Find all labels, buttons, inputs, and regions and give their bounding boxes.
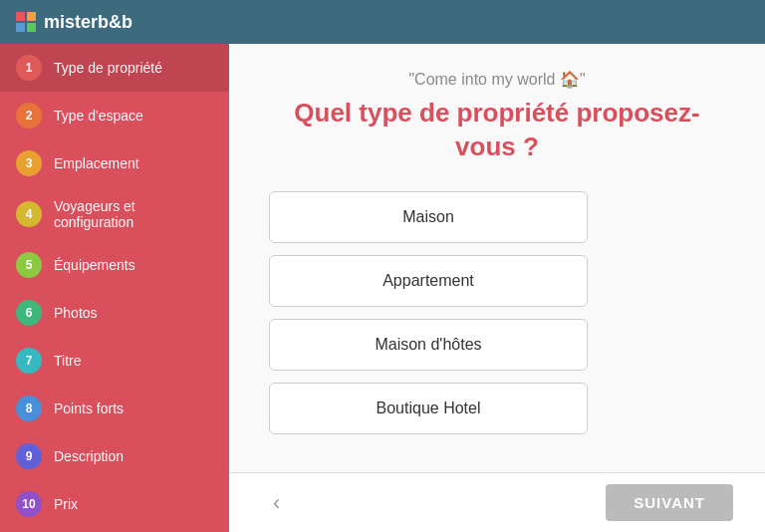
sidebar-item-10[interactable]: 10Prix [0,480,229,528]
sidebar-label-9: Description [54,448,124,464]
option-maison-hotes[interactable]: Maison d'hôtes [269,319,588,371]
sidebar-item-5[interactable]: 5Équipements [0,241,229,289]
sidebar-label-2: Type d'espace [54,108,143,124]
sidebar-item-11[interactable]: 11Dernière question [0,528,229,532]
step-badge-7: 7 [16,348,42,374]
main-container: 1Type de propriété2Type d'espace3Emplace… [0,44,765,532]
sidebar-label-8: Points forts [54,400,124,416]
sidebar-label-7: Titre [54,353,81,369]
sidebar-label-1: Type de propriété [54,60,162,76]
step-badge-8: 8 [16,396,42,421]
footer: ‹ SUIVANT [229,472,765,532]
logo-squares-icon [16,12,36,32]
option-appartement[interactable]: Appartement [269,255,588,307]
option-boutique[interactable]: Boutique Hotel [269,383,588,434]
sidebar-item-6[interactable]: 6Photos [0,289,229,337]
sidebar-item-9[interactable]: 9Description [0,432,229,480]
logo-text: misterb&b [44,12,132,33]
sidebar-item-3[interactable]: 3Emplacement [0,139,229,187]
step-badge-5: 5 [16,252,42,278]
sidebar-item-8[interactable]: 8Points forts [0,385,229,432]
step-badge-6: 6 [16,300,42,326]
options-container: MaisonAppartementMaison d'hôtesBoutique … [269,191,725,446]
content-main: "Come into my world 🏠" Quel type de prop… [229,44,765,472]
sidebar-label-10: Prix [54,496,78,512]
sidebar-label-4: Voyageurs et configuration [54,198,213,230]
logo-sq-red [16,12,25,21]
sidebar-label-6: Photos [54,305,98,321]
next-button[interactable]: SUIVANT [606,484,733,521]
back-button[interactable]: ‹ [261,486,292,520]
logo-sq-green [27,23,36,32]
option-maison[interactable]: Maison [269,191,588,243]
sidebar-label-5: Équipements [54,257,135,273]
step-badge-10: 10 [16,491,42,517]
step-badge-4: 4 [16,201,42,227]
step-badge-3: 3 [16,150,42,176]
step-badge-1: 1 [16,55,42,81]
sidebar: 1Type de propriété2Type d'espace3Emplace… [0,44,229,532]
content-area: "Come into my world 🏠" Quel type de prop… [229,44,765,532]
sidebar-item-7[interactable]: 7Titre [0,337,229,385]
sidebar-item-4[interactable]: 4Voyageurs et configuration [0,187,229,241]
logo: misterb&b [16,12,132,33]
logo-sq-blue [16,23,25,32]
content-title: Quel type de propriété proposez-vous ? [269,97,725,164]
logo-sq-orange [27,12,36,21]
sidebar-label-3: Emplacement [54,155,139,171]
content-subtitle: "Come into my world 🏠" [408,70,585,89]
step-badge-9: 9 [16,443,42,469]
sidebar-item-1[interactable]: 1Type de propriété [0,44,229,92]
step-badge-2: 2 [16,103,42,129]
sidebar-item-2[interactable]: 2Type d'espace [0,92,229,139]
app-header: misterb&b [0,0,765,44]
